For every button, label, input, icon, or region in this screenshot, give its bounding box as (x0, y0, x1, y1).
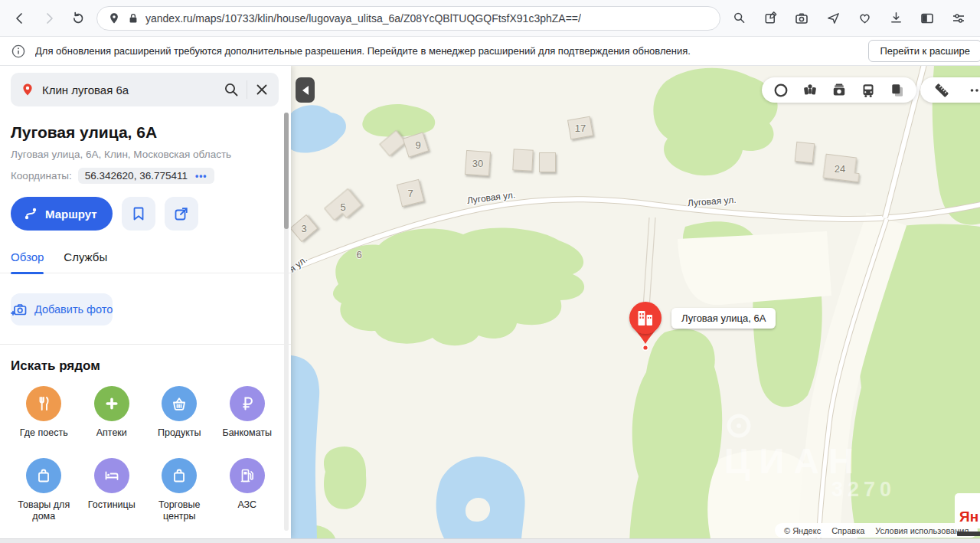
search-input[interactable] (42, 83, 216, 96)
category-hotels[interactable]: Гостиницы (79, 458, 145, 523)
search-icon (223, 81, 240, 98)
collapse-sidebar-button[interactable] (296, 77, 315, 103)
share-place-button[interactable] (165, 197, 198, 231)
web-capture-button[interactable] (760, 8, 781, 29)
coordinates-chip[interactable]: 56.342620, 36.775411 ••• (78, 168, 214, 184)
coordinates-value: 56.342620, 36.775411 (85, 170, 188, 182)
panoramas-button[interactable] (802, 82, 818, 99)
window-bottom-edge (0, 538, 980, 543)
settings-sliders-icon (951, 11, 966, 26)
coords-more-button[interactable]: ••• (195, 171, 207, 182)
category-malls[interactable]: Торговые центры (146, 458, 213, 523)
back-icon (12, 11, 28, 26)
search-box[interactable] (11, 73, 279, 106)
split-screen-icon (920, 11, 935, 26)
actions-row: Маршрут (11, 197, 280, 231)
svg-text:9: 9 (415, 139, 420, 151)
tab-services[interactable]: Службы (64, 250, 107, 273)
back-button[interactable] (9, 8, 31, 29)
map-type-icon (773, 82, 789, 99)
ruler-icon (933, 82, 950, 99)
category-restaurants[interactable]: Где поесть (11, 386, 77, 440)
layers-button[interactable] (889, 82, 906, 99)
content-area: 9 30 17 7 5 3 24 6 Луговая ул. Луговая у… (0, 66, 980, 538)
location-pin-icon (107, 11, 121, 25)
find-button[interactable] (728, 8, 750, 29)
split-screen-button[interactable] (916, 8, 938, 29)
refresh-button[interactable] (67, 8, 89, 29)
yandex-logo-fragment: Ян (955, 493, 980, 528)
map-canvas[interactable]: 9 30 17 7 5 3 24 6 Луговая ул. Луговая у… (291, 66, 980, 538)
shopping-bag-icon (34, 466, 53, 485)
download-icon (889, 11, 903, 25)
category-home-goods[interactable]: Товары для дома (11, 458, 77, 523)
share-button[interactable] (822, 8, 844, 29)
screenshot-button[interactable] (791, 8, 812, 29)
browser-toolbar: yandex.ru/maps/10733/klin/house/lugovaya… (0, 0, 980, 37)
svg-text:ЦИАН: ЦИАН (724, 441, 863, 481)
bed-icon (103, 466, 121, 485)
close-icon (254, 82, 270, 97)
transport-button[interactable] (860, 82, 877, 99)
shopping-bag-icon (170, 466, 188, 485)
svg-text:6: 6 (356, 249, 361, 260)
map-attribution: © Яндекс Справка Условия использования (775, 523, 978, 538)
search-submit-button[interactable] (223, 81, 240, 98)
downloads-button[interactable] (885, 8, 906, 29)
notice-message: Для обновления расширений требуются допо… (35, 45, 859, 57)
map-type-button[interactable] (773, 82, 789, 99)
screenshot-camera-icon (794, 11, 809, 26)
url-text: yandex.ru/maps/10733/klin/house/lugovaya… (145, 12, 581, 25)
copyright-text: © Яндекс (784, 526, 821, 535)
settings-button[interactable] (948, 8, 969, 29)
restaurant-icon (34, 394, 53, 413)
scale-bar-fragment (957, 532, 980, 536)
address-bar[interactable]: yandex.ru/maps/10733/klin/house/lugovaya… (96, 6, 720, 31)
go-to-extensions-button[interactable]: Перейти к расшире (868, 40, 980, 62)
svg-text:3: 3 (301, 223, 306, 234)
nearby-title: Искать рядом (11, 358, 280, 374)
clear-search-button[interactable] (254, 82, 270, 97)
forward-button[interactable] (38, 8, 60, 29)
svg-text:17: 17 (575, 123, 586, 134)
coordinates-label: Координаты: (11, 170, 72, 182)
sidebar: Луговая улица, 6А Луговая улица, 6А, Кли… (0, 66, 291, 538)
lock-icon (127, 12, 139, 25)
place-address: Луговая улица, 6А, Клин, Московская обла… (11, 149, 280, 160)
category-groceries[interactable]: Продукты (146, 386, 213, 440)
forward-icon (41, 11, 57, 26)
more-tools-button[interactable] (969, 82, 980, 99)
terms-link[interactable]: Условия использования (875, 526, 969, 535)
browser-action-icons (728, 8, 971, 29)
panoramas-icon (802, 82, 818, 99)
help-link[interactable]: Справка (831, 526, 864, 535)
bookmark-button[interactable] (122, 197, 155, 231)
more-dots-icon (969, 82, 980, 99)
pin-anchor-dot (643, 345, 648, 351)
nearby-section: Искать рядом Где поесть Аптеки Продукты … (0, 345, 291, 523)
favorites-button[interactable] (854, 8, 875, 29)
tab-bar: Обзор Службы (0, 250, 291, 273)
share-icon (826, 11, 841, 25)
fuel-pump-icon (238, 466, 256, 485)
pin-label[interactable]: Луговая улица, 6А (671, 308, 776, 329)
category-gas-stations[interactable]: АЗС (214, 458, 281, 523)
photos-button[interactable] (831, 82, 848, 99)
svg-text:5: 5 (340, 201, 345, 213)
extension-notice-bar: Для обновления расширений требуются допо… (0, 37, 980, 66)
category-atms[interactable]: Банкоматы (214, 386, 281, 440)
map-area: 9 30 17 7 5 3 24 6 Луговая ул. Луговая у… (291, 66, 980, 538)
external-link-icon (173, 205, 190, 222)
route-button[interactable]: Маршрут (11, 197, 113, 231)
heart-icon (858, 11, 872, 25)
ruble-icon (238, 394, 256, 413)
page-title: Луговая улица, 6А (11, 123, 280, 142)
chevron-left-icon (302, 86, 309, 95)
category-pharmacies[interactable]: Аптеки (79, 386, 145, 440)
red-pin-icon (20, 82, 35, 97)
tab-overview[interactable]: Обзор (11, 250, 44, 273)
sidebar-scrollbar-thumb[interactable] (284, 113, 289, 229)
ruler-button[interactable] (933, 82, 950, 99)
add-photo-button[interactable]: Добавить фото (11, 293, 113, 325)
coordinates-row: Координаты: 56.342620, 36.775411 ••• (11, 168, 280, 184)
